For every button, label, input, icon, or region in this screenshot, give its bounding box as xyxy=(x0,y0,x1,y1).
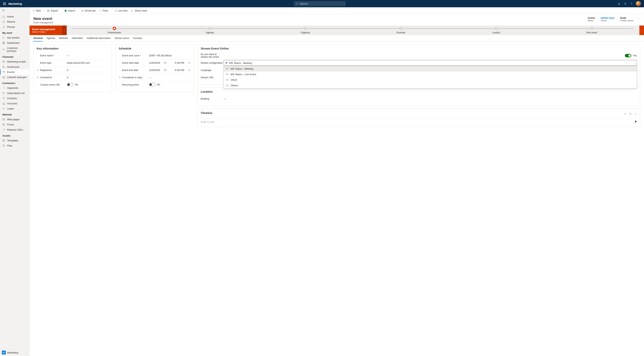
tab-surveys[interactable]: Surveys xyxy=(133,37,142,42)
show-chart-button[interactable]: Show chart xyxy=(131,9,147,12)
sidebar-item-customer-journeys[interactable]: Customer journeys xyxy=(0,46,29,54)
svg-point-26 xyxy=(636,114,636,114)
sidebar-item-label: Accounts xyxy=(7,102,17,105)
process-stage-promote[interactable]: Promote xyxy=(353,26,448,35)
sidebar-item-home[interactable]: Home xyxy=(0,14,29,19)
sidebar-item-get-started[interactable]: Get started xyxy=(0,35,29,40)
nav-icon xyxy=(2,144,5,147)
tab-agenda[interactable]: Agenda xyxy=(46,37,55,42)
timezone-input[interactable]: (GMT +05:30) Minsk xyxy=(149,54,191,57)
clock-icon[interactable] xyxy=(188,62,191,64)
nav-icon xyxy=(2,48,5,51)
owner-link[interactable]: Admin User xyxy=(601,17,615,19)
chevron-down-icon xyxy=(23,21,25,23)
event-name-input[interactable]: --- xyxy=(67,54,109,57)
process-stage-launch[interactable]: Launch xyxy=(448,26,544,35)
stream-toggle[interactable]: Yes xyxy=(625,54,637,57)
card-heading: Location xyxy=(201,90,637,93)
process-stage-preliminaries[interactable]: Preliminaries xyxy=(67,26,162,35)
new-button[interactable]: New xyxy=(32,9,44,12)
stream-question-label: Do you want to stream this event xyxy=(201,53,224,58)
dropdown-option[interactable]: MS Teams - Live Event xyxy=(224,72,637,77)
event-type-label: Event type xyxy=(40,62,67,64)
settings-icon[interactable] xyxy=(624,2,627,5)
sidebar-item-subscription-list[interactable]: Subscription list xyxy=(0,91,29,96)
sidebar-item-leads[interactable]: Leads xyxy=(0,106,29,111)
process-next-button[interactable] xyxy=(640,26,644,35)
sidebar-item-accounts[interactable]: Accounts xyxy=(0,101,29,106)
sidebar-item-recent[interactable]: Recent xyxy=(0,19,29,24)
chevron-right-icon xyxy=(640,29,643,32)
tab-venue-rooms[interactable]: Venue rooms xyxy=(114,37,130,42)
sidebar-item-pinned[interactable]: Pinned xyxy=(0,24,29,30)
start-time-input[interactable]: 5:36 PM xyxy=(175,61,184,64)
sidebar-item-segments[interactable]: Segments xyxy=(0,85,29,91)
nav-icon xyxy=(2,139,5,142)
tab-general[interactable]: General xyxy=(33,37,42,42)
start-date-input[interactable]: 12/9/2019 xyxy=(149,61,160,64)
svg-rect-17 xyxy=(226,62,227,64)
list-view-button[interactable]: List view xyxy=(114,9,128,12)
filter-button[interactable] xyxy=(629,112,632,115)
sidebar-item-events[interactable]: Events xyxy=(0,70,29,75)
header-expand-button[interactable] xyxy=(638,18,640,21)
sidebar-item-social-post[interactable]: Social post xyxy=(0,64,29,70)
lock-icon xyxy=(119,76,121,78)
sidebar-item-redirect-urls[interactable]: Redirect URLs xyxy=(0,127,29,132)
checked-in-label: Checked-in xyxy=(40,76,67,79)
tab-website[interactable]: Website xyxy=(59,37,68,42)
sidebar-item-label: Templates xyxy=(7,139,18,142)
custom-url-toggle[interactable]: No xyxy=(67,83,78,86)
process-stage-agenda[interactable]: Agenda xyxy=(162,26,258,35)
sidebar-item-contacts[interactable]: Contacts xyxy=(0,96,29,101)
dropdown-option[interactable]: ON24 xyxy=(224,77,637,83)
sidebar-item-forms[interactable]: Forms xyxy=(0,122,29,127)
more-button[interactable] xyxy=(634,112,637,115)
building-input[interactable]: --- xyxy=(224,97,637,100)
add-note-button[interactable] xyxy=(624,112,626,115)
help-icon[interactable] xyxy=(630,2,633,5)
dropdown-option[interactable]: Others xyxy=(224,83,637,88)
flow-button[interactable]: Flow xyxy=(99,9,111,12)
process-stage-organize[interactable]: Organize xyxy=(258,26,353,35)
sidebar-item-files[interactable]: Files xyxy=(0,143,29,148)
dropdown-option[interactable]: MS Teams - Meeting xyxy=(224,66,637,72)
recurring-label: Recurring event xyxy=(122,84,149,86)
stream-config-dropdown[interactable]: MS Teams - Meeting xyxy=(224,60,637,66)
home-icon xyxy=(2,15,5,18)
email-link-button[interactable]: Email link xyxy=(81,9,96,12)
svg-rect-19 xyxy=(226,68,227,69)
calendar-icon[interactable] xyxy=(164,62,166,64)
sidebar-toggle-button[interactable] xyxy=(0,7,29,14)
sidebar-item-dashboard[interactable]: Dashboard xyxy=(0,40,29,46)
nav-icon xyxy=(2,97,5,100)
process-prev-button[interactable] xyxy=(62,26,67,35)
sidebar-item-marketing-emails[interactable]: Marketing emails xyxy=(0,59,29,64)
global-search-input[interactable]: Search xyxy=(294,1,346,6)
nav-icon xyxy=(2,71,5,74)
notifications-icon[interactable] xyxy=(618,2,620,5)
end-date-input[interactable]: 12/9/2019 xyxy=(149,69,160,72)
export-button[interactable]: Export xyxy=(47,9,61,12)
sidebar-item-linkedin-lead-gen[interactable]: LinkedIn lead gen xyxy=(0,75,29,80)
svg-point-1 xyxy=(625,3,626,4)
svg-rect-6 xyxy=(65,10,66,12)
note-input[interactable]: Enter a note... xyxy=(201,118,637,123)
calendar-icon[interactable] xyxy=(164,69,166,72)
process-stage-post-event[interactable]: Post event xyxy=(544,26,640,35)
tab-attendees[interactable]: Attendees xyxy=(72,37,83,42)
lock-icon xyxy=(36,76,39,78)
clock-icon[interactable] xyxy=(188,69,191,72)
app-launcher-button[interactable] xyxy=(2,3,7,5)
attachment-icon[interactable] xyxy=(634,121,637,123)
recurring-toggle[interactable]: No xyxy=(149,83,160,86)
sidebar-item-templates[interactable]: Templates xyxy=(0,138,29,143)
event-type-input[interactable]: www.event1245.com xyxy=(67,61,109,64)
tab-additional-information[interactable]: Additional information xyxy=(87,37,111,42)
import-button[interactable]: Import xyxy=(64,9,78,12)
area-switcher[interactable]: M Marketing xyxy=(0,349,29,356)
user-avatar[interactable] xyxy=(636,1,641,6)
nav-icon xyxy=(2,65,5,68)
end-time-input[interactable]: 6:36 PM xyxy=(175,69,184,72)
sidebar-item-web-pages[interactable]: Web pages xyxy=(0,117,29,122)
